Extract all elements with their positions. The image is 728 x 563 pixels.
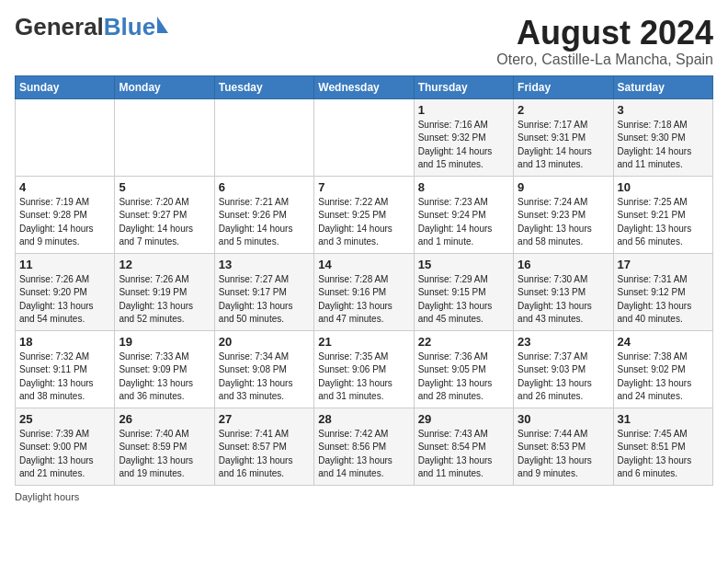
location-subtitle: Otero, Castille-La Mancha, Spain [496,52,713,68]
header-day-monday: Monday [115,75,214,98]
calendar-cell [16,98,115,176]
day-number: 7 [318,180,409,194]
day-info: Sunrise: 7:29 AM Sunset: 9:15 PM Dayligh… [418,273,509,327]
calendar-cell: 20Sunrise: 7:34 AM Sunset: 9:08 PM Dayli… [214,330,313,408]
calendar-cell: 13Sunrise: 7:27 AM Sunset: 9:17 PM Dayli… [214,253,313,330]
day-info: Sunrise: 7:23 AM Sunset: 9:24 PM Dayligh… [418,196,509,249]
logo: General Blue [15,15,155,39]
daylight-hours-label: Daylight hours [15,491,79,502]
header-day-friday: Friday [514,75,613,98]
day-info: Sunrise: 7:20 AM Sunset: 9:27 PM Dayligh… [119,196,210,249]
header-row: SundayMondayTuesdayWednesdayThursdayFrid… [16,75,713,98]
day-number: 28 [318,412,409,426]
calendar-body: 1Sunrise: 7:16 AM Sunset: 9:32 PM Daylig… [16,98,713,485]
day-info: Sunrise: 7:27 AM Sunset: 9:17 PM Dayligh… [219,273,310,327]
calendar-cell: 31Sunrise: 7:45 AM Sunset: 8:51 PM Dayli… [613,408,712,485]
day-number: 12 [119,258,210,271]
day-number: 4 [19,180,110,194]
day-info: Sunrise: 7:28 AM Sunset: 9:16 PM Dayligh… [318,273,409,327]
day-info: Sunrise: 7:21 AM Sunset: 9:26 PM Dayligh… [219,196,310,249]
day-info: Sunrise: 7:40 AM Sunset: 8:59 PM Dayligh… [119,428,210,481]
day-info: Sunrise: 7:26 AM Sunset: 9:20 PM Dayligh… [19,273,110,327]
day-number: 31 [618,412,709,426]
logo-general: General [15,15,104,39]
calendar-cell [314,98,414,176]
day-info: Sunrise: 7:35 AM Sunset: 9:06 PM Dayligh… [318,350,409,404]
week-row-5: 25Sunrise: 7:39 AM Sunset: 9:00 PM Dayli… [16,408,713,485]
week-row-3: 11Sunrise: 7:26 AM Sunset: 9:20 PM Dayli… [16,253,713,330]
calendar-cell: 25Sunrise: 7:39 AM Sunset: 9:00 PM Dayli… [16,408,115,485]
day-info: Sunrise: 7:30 AM Sunset: 9:13 PM Dayligh… [518,273,609,327]
day-info: Sunrise: 7:33 AM Sunset: 9:09 PM Dayligh… [119,350,210,404]
day-number: 25 [19,412,110,426]
day-number: 20 [219,335,310,349]
day-info: Sunrise: 7:19 AM Sunset: 9:28 PM Dayligh… [19,196,110,249]
day-number: 6 [219,180,310,194]
day-info: Sunrise: 7:34 AM Sunset: 9:08 PM Dayligh… [219,350,310,404]
day-number: 23 [518,335,609,349]
day-number: 17 [618,258,709,271]
calendar-cell: 23Sunrise: 7:37 AM Sunset: 9:03 PM Dayli… [514,330,613,408]
calendar-cell: 16Sunrise: 7:30 AM Sunset: 9:13 PM Dayli… [514,253,613,330]
calendar-cell: 24Sunrise: 7:38 AM Sunset: 9:02 PM Dayli… [613,330,712,408]
day-number: 19 [119,335,210,349]
calendar-cell [214,98,313,176]
logo-triangle-icon [157,17,168,33]
week-row-1: 1Sunrise: 7:16 AM Sunset: 9:32 PM Daylig… [16,98,713,176]
day-info: Sunrise: 7:41 AM Sunset: 8:57 PM Dayligh… [219,428,310,481]
calendar-cell: 6Sunrise: 7:21 AM Sunset: 9:26 PM Daylig… [214,176,313,253]
day-info: Sunrise: 7:39 AM Sunset: 9:00 PM Dayligh… [19,428,110,481]
day-number: 26 [119,412,210,426]
day-number: 9 [518,180,609,194]
logo-blue: Blue [104,13,155,40]
calendar-cell: 29Sunrise: 7:43 AM Sunset: 8:54 PM Dayli… [414,408,513,485]
header-day-thursday: Thursday [414,75,513,98]
header-day-saturday: Saturday [613,75,712,98]
header-day-sunday: Sunday [16,75,115,98]
day-info: Sunrise: 7:44 AM Sunset: 8:53 PM Dayligh… [518,428,609,481]
day-number: 3 [618,103,709,117]
day-number: 13 [219,258,310,271]
calendar-cell: 4Sunrise: 7:19 AM Sunset: 9:28 PM Daylig… [16,176,115,253]
calendar-cell: 1Sunrise: 7:16 AM Sunset: 9:32 PM Daylig… [414,98,513,176]
calendar-header: SundayMondayTuesdayWednesdayThursdayFrid… [16,75,713,98]
day-info: Sunrise: 7:42 AM Sunset: 8:56 PM Dayligh… [318,428,409,481]
day-number: 16 [518,258,609,271]
calendar-cell: 19Sunrise: 7:33 AM Sunset: 9:09 PM Dayli… [115,330,214,408]
day-info: Sunrise: 7:36 AM Sunset: 9:05 PM Dayligh… [418,350,509,404]
day-info: Sunrise: 7:26 AM Sunset: 9:19 PM Dayligh… [119,273,210,327]
header-day-wednesday: Wednesday [314,75,414,98]
page-header: General Blue August 2024 Otero, Castille… [15,15,713,68]
calendar-cell: 27Sunrise: 7:41 AM Sunset: 8:57 PM Dayli… [214,408,313,485]
day-number: 29 [418,412,509,426]
day-number: 10 [618,180,709,194]
day-info: Sunrise: 7:38 AM Sunset: 9:02 PM Dayligh… [618,350,709,404]
calendar-cell: 14Sunrise: 7:28 AM Sunset: 9:16 PM Dayli… [314,253,414,330]
day-number: 24 [618,335,709,349]
calendar-cell: 22Sunrise: 7:36 AM Sunset: 9:05 PM Dayli… [414,330,513,408]
day-number: 11 [19,258,110,271]
calendar-cell: 9Sunrise: 7:24 AM Sunset: 9:23 PM Daylig… [514,176,613,253]
calendar-cell: 18Sunrise: 7:32 AM Sunset: 9:11 PM Dayli… [16,330,115,408]
calendar-cell: 2Sunrise: 7:17 AM Sunset: 9:31 PM Daylig… [514,98,613,176]
day-info: Sunrise: 7:16 AM Sunset: 9:32 PM Dayligh… [418,119,509,172]
month-year-title: August 2024 [496,15,713,52]
day-info: Sunrise: 7:24 AM Sunset: 9:23 PM Dayligh… [518,196,609,249]
calendar-cell: 8Sunrise: 7:23 AM Sunset: 9:24 PM Daylig… [414,176,513,253]
calendar-cell: 11Sunrise: 7:26 AM Sunset: 9:20 PM Dayli… [16,253,115,330]
calendar-cell: 5Sunrise: 7:20 AM Sunset: 9:27 PM Daylig… [115,176,214,253]
day-info: Sunrise: 7:18 AM Sunset: 9:30 PM Dayligh… [618,119,709,172]
day-number: 27 [219,412,310,426]
day-info: Sunrise: 7:45 AM Sunset: 8:51 PM Dayligh… [618,428,709,481]
day-number: 15 [418,258,509,271]
day-number: 22 [418,335,509,349]
calendar-cell: 15Sunrise: 7:29 AM Sunset: 9:15 PM Dayli… [414,253,513,330]
day-number: 14 [318,258,409,271]
day-info: Sunrise: 7:31 AM Sunset: 9:12 PM Dayligh… [618,273,709,327]
calendar-cell: 21Sunrise: 7:35 AM Sunset: 9:06 PM Dayli… [314,330,414,408]
day-info: Sunrise: 7:17 AM Sunset: 9:31 PM Dayligh… [518,119,609,172]
day-number: 2 [518,103,609,117]
header-day-tuesday: Tuesday [214,75,313,98]
day-number: 21 [318,335,409,349]
week-row-2: 4Sunrise: 7:19 AM Sunset: 9:28 PM Daylig… [16,176,713,253]
